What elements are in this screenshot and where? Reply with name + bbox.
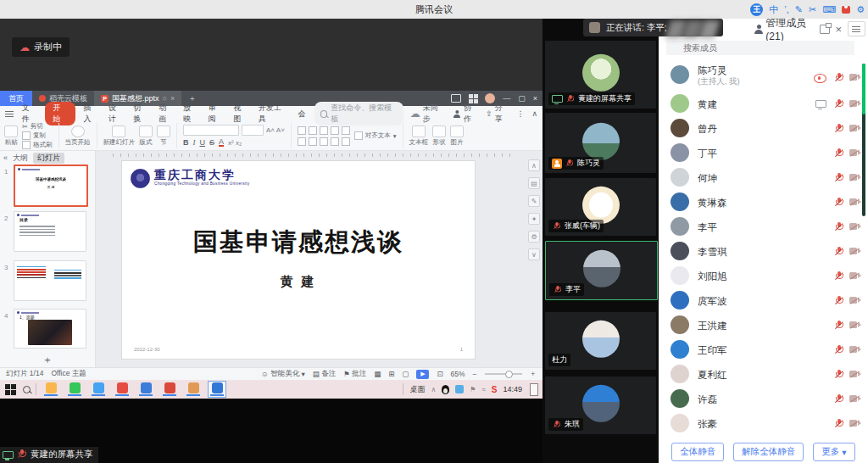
copy-button[interactable]: 复制 — [22, 131, 53, 140]
slides-tab[interactable]: 幻灯片 — [33, 153, 64, 164]
member-row[interactable]: 丁平 — [659, 141, 868, 165]
tray-sogou-icon[interactable] — [492, 385, 498, 394]
tray-flag-icon[interactable] — [470, 386, 476, 393]
member-row[interactable]: 黄琳森 — [659, 190, 868, 215]
unmute-all-button[interactable]: 解除全体静音 — [733, 443, 804, 461]
video-tile[interactable]: 杜力 — [545, 312, 656, 370]
indent-inc-button[interactable] — [331, 126, 339, 135]
menu-transition[interactable]: 切换 — [131, 102, 149, 126]
normal-view-icon[interactable] — [374, 370, 381, 378]
mic-muted-icon[interactable] — [834, 321, 844, 331]
mic-muted-icon[interactable] — [834, 247, 844, 257]
mic-muted-icon[interactable] — [834, 271, 844, 282]
fit-window-icon[interactable] — [437, 370, 442, 378]
mic-muted-icon[interactable] — [834, 345, 844, 355]
format-painter-button[interactable]: 格式刷 — [22, 141, 53, 149]
more-button[interactable]: 更多▾ — [813, 443, 854, 461]
play-from-page-button[interactable]: 当页开始 — [65, 126, 91, 147]
camera-off-icon[interactable] — [849, 74, 861, 81]
layout-button[interactable]: 版式 — [139, 126, 153, 147]
section-button[interactable]: 节 — [157, 126, 170, 147]
ime-settings-icon[interactable] — [856, 3, 865, 16]
share-button[interactable]: 分享 — [486, 103, 509, 125]
tray-app-icon[interactable] — [455, 385, 464, 393]
mic-muted-icon[interactable] — [834, 124, 844, 134]
camera-off-icon[interactable] — [849, 125, 861, 132]
slide-thumbnail-2[interactable]: 目录 — [14, 211, 86, 252]
video-tile[interactable]: 张威(车辆) — [545, 178, 656, 236]
watching-icon[interactable] — [814, 74, 826, 83]
recording-badge[interactable]: 录制中 — [12, 37, 70, 57]
theme-name[interactable]: Office 主题 — [51, 369, 86, 379]
italic-button[interactable]: I — [193, 138, 196, 147]
video-tile-speaking[interactable]: 李平 — [545, 241, 658, 300]
align-right-button[interactable] — [320, 137, 328, 146]
collaborate-button[interactable]: 协作 — [452, 103, 478, 125]
reading-view-icon[interactable] — [402, 370, 409, 378]
mic-muted-icon[interactable] — [834, 148, 844, 159]
member-row[interactable]: 李平 — [659, 215, 868, 239]
taskbar-app2-icon[interactable] — [184, 381, 203, 398]
columns-button[interactable] — [342, 137, 350, 146]
notes-button[interactable]: 备注 — [313, 369, 336, 379]
video-tile-share[interactable]: 黄建的屏幕共享 — [545, 41, 656, 109]
font-size-select[interactable] — [242, 125, 264, 136]
member-row[interactable]: 夏利红 — [659, 362, 868, 387]
split-view-icon[interactable] — [451, 94, 461, 103]
properties-icon[interactable]: ▤ — [528, 177, 540, 189]
member-row[interactable]: 庹军波 — [659, 288, 868, 313]
menu-review[interactable]: 审阅 — [207, 102, 225, 126]
taskbar-wps-icon[interactable] — [208, 381, 226, 398]
close-panel-icon[interactable]: × — [835, 23, 842, 36]
member-row[interactable]: 许磊 — [659, 387, 868, 411]
sync-status[interactable]: 未同步 — [410, 103, 444, 125]
slide-thumbnail-1[interactable]: 国基申请感想浅谈 黄 建 — [14, 165, 88, 207]
camera-off-icon[interactable] — [849, 420, 861, 427]
menu-member[interactable]: 会 — [297, 108, 308, 120]
member-list-scrollbar[interactable] — [862, 64, 865, 216]
textbox-button[interactable]: 文本框 — [409, 126, 429, 147]
ime-logo-icon[interactable]: 王 — [750, 3, 763, 16]
shape-button[interactable]: 形状 — [432, 126, 446, 147]
font-color-button[interactable]: A — [219, 138, 224, 147]
member-row[interactable]: 王印军 — [659, 337, 868, 362]
workspace-grid-icon[interactable] — [469, 94, 473, 98]
member-row[interactable]: 曾丹 — [659, 116, 868, 141]
taskbar-meeting-icon[interactable] — [136, 381, 155, 398]
camera-off-icon[interactable] — [849, 174, 861, 181]
ime-punct-icon[interactable]: ’, — [784, 3, 789, 16]
camera-off-icon[interactable] — [849, 248, 861, 255]
bullets-button[interactable] — [298, 126, 306, 135]
video-tile[interactable]: 陈巧灵 — [545, 113, 656, 173]
mic-muted-icon[interactable] — [834, 173, 844, 183]
member-row[interactable]: 何坤 — [659, 165, 868, 190]
mic-muted-icon[interactable] — [834, 296, 844, 306]
scroll-down-icon[interactable]: ∨ — [528, 248, 540, 260]
clock[interactable]: 14:49 — [503, 385, 522, 393]
panel-menu-button[interactable] — [848, 21, 865, 36]
mic-muted-icon[interactable] — [834, 99, 844, 109]
slide-canvas[interactable]: 重庆工商大学 Chongqing Technology and Business… — [122, 161, 475, 359]
member-row[interactable]: 王洪建 — [659, 313, 868, 337]
line-spacing-button[interactable] — [342, 126, 350, 135]
member-row[interactable]: 黄建 — [659, 92, 868, 116]
zoom-slider-knob[interactable] — [505, 371, 513, 378]
screenshot-icon[interactable] — [809, 3, 816, 16]
camera-off-icon[interactable] — [849, 100, 861, 108]
menu-slideshow[interactable]: 放映 — [181, 102, 199, 126]
animation-pane-icon[interactable]: ✦ — [528, 213, 540, 225]
minimize-button[interactable]: — — [503, 94, 510, 103]
desktop-toolbar[interactable]: 桌面 — [409, 384, 425, 395]
taskbar-app-icon[interactable] — [160, 381, 179, 398]
camera-off-icon[interactable] — [849, 198, 861, 206]
menu-insert[interactable]: 插入 — [82, 102, 100, 126]
align-left-button[interactable] — [298, 137, 306, 146]
handwrite-icon[interactable] — [795, 3, 803, 16]
collapse-pane-icon[interactable]: « — [3, 153, 8, 162]
numbering-button[interactable] — [309, 126, 317, 135]
start-button[interactable] — [5, 384, 10, 389]
mic-muted-icon[interactable] — [834, 198, 844, 208]
menu-design[interactable]: 设计 — [107, 102, 125, 126]
tray-qq-icon[interactable] — [442, 385, 449, 394]
taskbar-search-icon[interactable] — [23, 386, 31, 393]
